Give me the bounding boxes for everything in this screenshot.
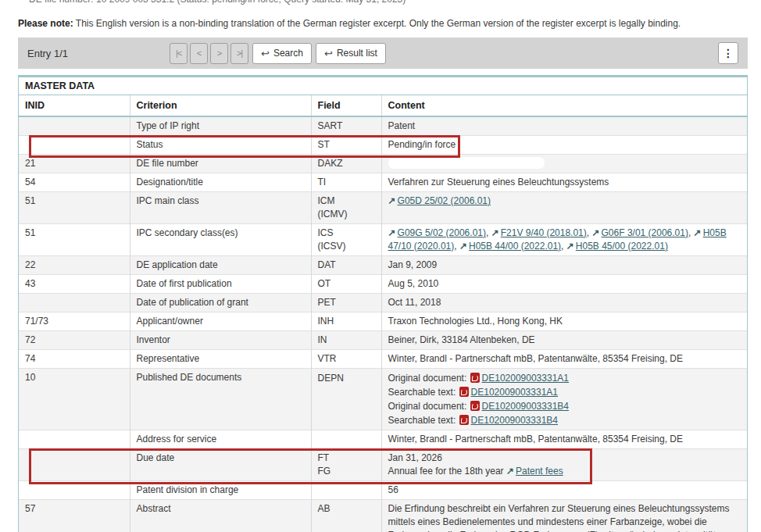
field-cell: [311, 430, 381, 448]
inid-cell: 54: [19, 173, 130, 191]
classification-link[interactable]: H05B 44/00 (2022.01): [469, 241, 561, 252]
content-text: Verfahren zur Steuerung eines Beleuchtun…: [388, 177, 609, 187]
content-text: ,: [688, 227, 694, 238]
criterion-cell: DE file number: [130, 154, 311, 173]
field-cell: OT: [311, 274, 381, 293]
master-data-heading: MASTER DATA: [19, 77, 747, 95]
table-row: Type of IP rightSARTPatent: [19, 116, 747, 136]
classification-link[interactable]: H05B 45/00 (2022.01): [576, 241, 668, 252]
inid-cell: 51: [19, 223, 130, 255]
inid-cell: [19, 430, 130, 448]
column-header-content: Content: [381, 95, 747, 116]
column-header-row: INID Criterion Field Content: [19, 95, 747, 116]
table-row: 21DE file numberDAKZ: [19, 154, 747, 173]
external-link-icon: ↗: [388, 227, 396, 240]
content-text: Traxon Technologies Ltd., Hong Kong, HK: [388, 316, 563, 327]
content-cell: 56: [381, 480, 747, 499]
classification-link[interactable]: G09G 5/02 (2006.01): [398, 227, 486, 238]
kebab-menu-icon: ⋮: [723, 47, 734, 59]
external-link-icon: ↗: [694, 227, 702, 240]
content-text: Winter, Brandl - Partnerschaft mbB, Pate…: [388, 353, 684, 364]
content-cell: Winter, Brandl - Partnerschaft mbB, Pate…: [381, 349, 747, 368]
criterion-cell: Date of first publication: [130, 274, 311, 293]
content-text: Searchable text:: [388, 387, 459, 398]
criterion-cell: Inventor: [130, 330, 311, 349]
document-link[interactable]: DE102009003331A1: [471, 387, 558, 398]
content-cell: Winter, Brandl - Partnerschaft mbB, Pate…: [381, 430, 747, 448]
inid-cell: 71/73: [19, 312, 130, 330]
content-cell: Patent: [381, 116, 747, 136]
content-cell: Original document: DE102009003331A1Searc…: [381, 368, 747, 430]
classification-link[interactable]: F21V 9/40 (2018.01): [501, 227, 587, 238]
entry-counter: Entry 1/1: [27, 48, 68, 59]
field-cell: DAKZ: [311, 154, 381, 173]
criterion-cell: Abstract: [130, 499, 311, 532]
master-data-table: MASTER DATA INID Criterion Field Content…: [19, 77, 747, 532]
column-header-field: Field: [311, 95, 381, 116]
content-text: Original document:: [388, 401, 470, 412]
inid-cell: 10: [19, 368, 130, 430]
table-row: 51IPC secondary class(es)ICS(ICSV)↗G09G …: [19, 223, 747, 255]
last-entry-button[interactable]: >|: [230, 43, 248, 64]
criterion-cell: IPC secondary class(es): [130, 223, 311, 255]
search-button[interactable]: ↩ Search: [252, 43, 312, 64]
document-link[interactable]: DE102009003331A1: [482, 373, 569, 384]
inid-cell: [19, 448, 130, 480]
criterion-cell: Type of IP right: [130, 116, 311, 136]
master-data-heading-row: MASTER DATA: [19, 77, 747, 95]
content-cell: ↗G05D 25/02 (2006.01): [381, 191, 747, 223]
field-cell: DAT: [311, 255, 381, 274]
classification-link[interactable]: G05D 25/02 (2006.01): [398, 195, 491, 206]
external-link-icon: ↗: [459, 240, 467, 253]
content-text: Searchable text:: [388, 415, 459, 426]
inid-cell: 21: [19, 154, 130, 173]
pdf-icon: [470, 373, 480, 383]
first-entry-button[interactable]: |<: [170, 43, 188, 64]
content-text: Die Erfindung beschreibt ein Verfahren z…: [388, 503, 730, 532]
result-list-button-label: Result list: [337, 48, 377, 59]
pdf-icon: [459, 387, 469, 397]
table-row: 72InventorINBeiner, Dirk, 33184 Altenbek…: [19, 330, 747, 349]
table-row: Patent division in charge56: [19, 480, 747, 499]
content-text: ,: [486, 227, 491, 238]
content-text: Jan 9, 2009: [388, 259, 438, 270]
field-cell: DEPN: [311, 368, 381, 430]
content-text: Annual fee for the 18th year: [388, 466, 506, 477]
document-link[interactable]: DE102009003331B4: [471, 415, 558, 426]
content-text: 56: [388, 484, 398, 495]
content-cell: Verfahren zur Steuerung eines Beleuchtun…: [381, 173, 747, 191]
patent-fees-link[interactable]: Patent fees: [516, 466, 563, 477]
classification-link[interactable]: G06F 3/01 (2006.01): [602, 227, 688, 238]
table-row: 43Date of first publicationOTAug 5, 2010: [19, 274, 747, 293]
master-data-panel: MASTER DATA INID Criterion Field Content…: [18, 75, 748, 532]
content-cell: Jan 9, 2009: [381, 255, 747, 274]
external-link-icon: ↗: [506, 465, 514, 478]
field-cell: TI: [311, 173, 381, 191]
field-cell: PET: [311, 293, 381, 312]
return-arrow-icon: ↩: [324, 48, 333, 59]
table-row: 10Published DE documentsDEPNOriginal doc…: [19, 368, 747, 430]
result-list-button[interactable]: ↩ Result list: [316, 43, 386, 64]
document-link[interactable]: DE102009003331B4: [482, 401, 569, 412]
content-cell: Traxon Technologies Ltd., Hong Kong, HK: [381, 312, 747, 330]
entry-nav-group: |< < > >|: [170, 43, 248, 64]
inid-cell: [19, 116, 130, 136]
criterion-cell: DE application date: [130, 255, 311, 274]
criterion-cell: Published DE documents: [130, 368, 311, 430]
table-row: 22DE application dateDATJan 9, 2009: [19, 255, 747, 274]
criterion-cell: Patent division in charge: [130, 480, 311, 499]
table-row: 54Designation/titleTIVerfahren zur Steue…: [19, 173, 747, 191]
inid-cell: 51: [19, 191, 130, 223]
search-button-label: Search: [273, 48, 303, 59]
inid-cell: 74: [19, 349, 130, 368]
next-entry-button[interactable]: >: [210, 43, 228, 64]
note-text: Please note: This English version is a n…: [18, 18, 745, 29]
more-options-button[interactable]: ⋮: [718, 42, 738, 64]
criterion-cell: Due date: [130, 448, 311, 480]
previous-entry-button[interactable]: <: [190, 43, 208, 64]
content-text: ,: [587, 227, 592, 238]
content-text: ,: [561, 241, 566, 252]
content-text: Original document:: [388, 373, 470, 384]
external-link-icon: ↗: [566, 240, 574, 253]
content-cell: Die Erfindung beschreibt ein Verfahren z…: [381, 499, 747, 532]
